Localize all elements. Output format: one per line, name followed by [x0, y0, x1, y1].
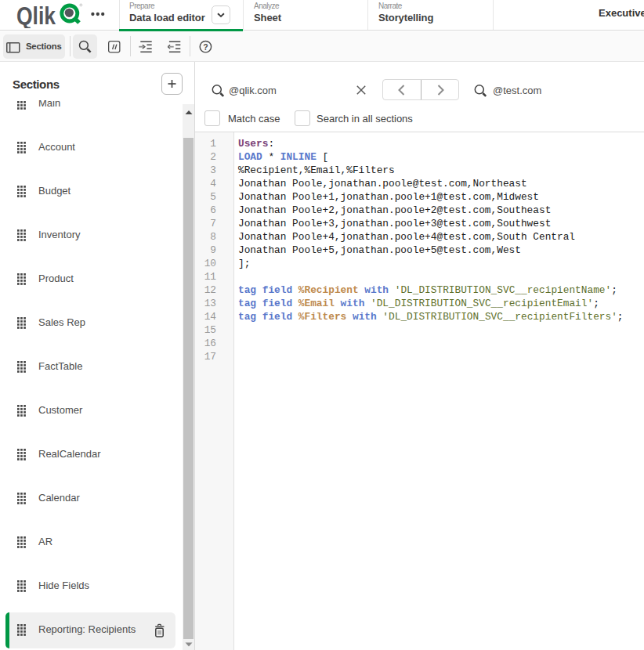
svg-text:?: ? [203, 42, 208, 52]
svg-text:Qlik: Qlik [16, 2, 56, 28]
